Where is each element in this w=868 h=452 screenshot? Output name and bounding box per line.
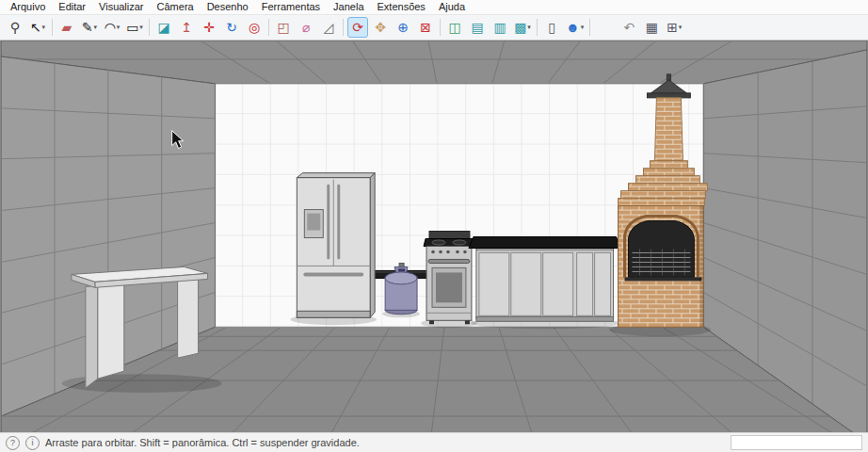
pan-tool-button[interactable]: ✥ (370, 17, 391, 38)
style-textured-tool-button[interactable]: ▩▾ (512, 17, 533, 38)
new-file-icon: ▯ (548, 21, 555, 34)
menu-bar: ArquivoEditarVisualizarCâmeraDesenhoFerr… (0, 0, 868, 15)
toolbar: ⚲↖▾▰✎▾◠▾▭▾◪↥✛↻◎◰⌀◿⟳✥⊕⊠◫▤▥▩▾▯☻▾↶▦⊞▾ (0, 15, 868, 40)
style-shaded-icon: ▥ (493, 21, 506, 34)
line-icon: ✎ (82, 21, 93, 34)
menu-extensoes[interactable]: Extensões (371, 0, 432, 14)
push-pull-tool-button[interactable]: ↥ (176, 17, 197, 38)
info-icon[interactable]: i (25, 436, 40, 450)
orbit-icon: ⟳ (352, 21, 363, 34)
menu-visualizar[interactable]: Visualizar (92, 0, 151, 14)
zoom-tool-button[interactable]: ⊕ (393, 17, 413, 38)
toolbar-separator (589, 19, 590, 36)
section-plane-tool-button[interactable]: ◫ (444, 17, 465, 38)
search-tool-button[interactable]: ⚲ (5, 17, 25, 38)
toolbar-separator (268, 19, 269, 36)
select-tool-button[interactable]: ↖▾ (27, 17, 48, 38)
rectangle-icon: ▭ (126, 21, 138, 34)
status-bar: ? i Arraste para orbitar. Shift = panorâ… (0, 432, 868, 452)
menu-ferramentas[interactable]: Ferramentas (255, 0, 327, 14)
toolbar-separator (537, 19, 538, 36)
move-tool-button[interactable]: ✛ (199, 17, 219, 38)
orbit-tool-button[interactable]: ⟳ (347, 17, 368, 38)
sketchup-window: ArquivoEditarVisualizarCâmeraDesenhoFerr… (0, 0, 868, 452)
eraser-icon: ▰ (62, 21, 72, 34)
search-icon: ⚲ (10, 21, 20, 34)
style-shaded-tool-button[interactable]: ▥ (490, 17, 510, 38)
zoom-extents-tool-button[interactable]: ⊠ (415, 17, 436, 38)
arc-icon: ◠ (104, 21, 116, 34)
select-icon: ↖ (30, 21, 41, 34)
tape-measure-tool-button[interactable]: ⌀ (296, 17, 316, 38)
chevron-down-icon[interactable]: ▾ (581, 24, 585, 31)
eraser-tool-button[interactable]: ▰ (56, 17, 77, 38)
zoom-extents-icon: ⊠ (420, 21, 431, 34)
section-plane-icon: ◫ (448, 21, 460, 34)
paint-bucket-icon: ◪ (157, 21, 169, 34)
rotate-tool-button[interactable]: ↻ (221, 17, 242, 38)
menu-camera[interactable]: Câmera (151, 0, 201, 14)
grill-grate (632, 249, 690, 275)
push-pull-icon: ↥ (181, 21, 192, 34)
viewport-3d[interactable] (0, 40, 868, 432)
offset-tool-button[interactable]: ◎ (244, 17, 265, 38)
export-grid-icon: ⊞ (667, 21, 678, 34)
rectangle-tool-button[interactable]: ▭▾ (124, 17, 145, 38)
help-icon[interactable]: ? (6, 436, 20, 450)
scale-icon: ◰ (277, 21, 289, 34)
toolbar-separator (149, 19, 150, 36)
paint-bucket-tool-button[interactable]: ◪ (153, 17, 174, 38)
status-hint: Arraste para orbitar. Shift = panorâmica… (45, 437, 360, 448)
pan-icon: ✥ (375, 21, 386, 34)
chevron-down-icon[interactable]: ▾ (139, 24, 143, 31)
grid-table-icon: ▦ (646, 21, 658, 34)
model-scene[interactable] (0, 40, 868, 432)
style-wireframe-icon: ▤ (471, 21, 483, 34)
style-wireframe-tool-button[interactable]: ▤ (467, 17, 488, 38)
toolbar-separator (52, 19, 53, 36)
chevron-down-icon[interactable]: ▾ (94, 24, 98, 31)
counter-cabinet[interactable] (469, 237, 621, 322)
style-textured-icon: ▩ (514, 21, 526, 34)
chevron-down-icon[interactable]: ▾ (117, 24, 121, 31)
measurements-input[interactable] (731, 435, 862, 450)
protractor-icon: ◿ (324, 21, 334, 34)
chevron-down-icon[interactable]: ▾ (42, 24, 46, 31)
undo-tool-button[interactable]: ↶ (619, 17, 639, 38)
measurements-box (731, 435, 862, 450)
toolbar-separator (440, 19, 441, 36)
offset-icon: ◎ (249, 21, 260, 34)
arc-tool-button[interactable]: ◠▾ (102, 17, 122, 38)
menu-arquivo[interactable]: Arquivo (4, 0, 52, 14)
export-grid-tool-button[interactable]: ⊞▾ (664, 17, 684, 38)
menu-editar[interactable]: Editar (52, 0, 92, 14)
menu-desenho[interactable]: Desenho (201, 0, 255, 14)
toolbar-separator (343, 19, 344, 36)
zoom-icon: ⊕ (397, 21, 409, 34)
undo-icon: ↶ (623, 21, 635, 34)
scale-tool-button[interactable]: ◰ (273, 17, 294, 38)
refrigerator[interactable] (297, 173, 375, 318)
move-icon: ✛ (203, 21, 215, 34)
stove[interactable] (424, 232, 474, 325)
menu-janela[interactable]: Janela (327, 0, 370, 14)
rotate-icon: ↻ (226, 21, 237, 34)
chevron-down-icon[interactable]: ▾ (527, 24, 531, 31)
chevron-down-icon[interactable]: ▾ (679, 24, 683, 31)
protractor-tool-button[interactable]: ◿ (318, 17, 339, 38)
line-tool-button[interactable]: ✎▾ (79, 17, 100, 38)
person-component-icon: ☻ (566, 21, 580, 34)
menu-ajuda[interactable]: Ajuda (432, 0, 472, 14)
grid-table-tool-button[interactable]: ▦ (641, 17, 662, 38)
tape-measure-icon: ⌀ (302, 21, 310, 34)
person-component-tool-button[interactable]: ☻▾ (564, 17, 586, 38)
new-file-tool-button[interactable]: ▯ (541, 17, 562, 38)
